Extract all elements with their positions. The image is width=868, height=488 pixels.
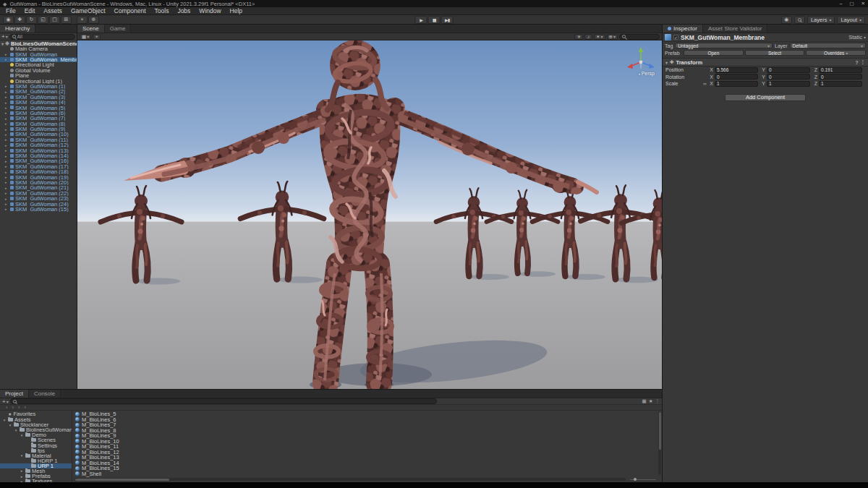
help-icon[interactable]: ?: [856, 60, 859, 65]
folder-item[interactable]: Demo: [0, 432, 72, 437]
folder-item[interactable]: URP 1: [0, 463, 72, 468]
expand-arrow-icon[interactable]: [5, 180, 9, 184]
menu-item[interactable]: Jobs: [173, 7, 195, 14]
expand-arrow-icon[interactable]: [5, 137, 9, 142]
hierarchy-item[interactable]: SKM_GutWoman (17): [0, 164, 77, 169]
z-value-field[interactable]: 1: [819, 81, 862, 87]
scale-tool-button[interactable]: ◱: [38, 16, 48, 24]
asset-item[interactable]: M_BioLines_7: [72, 422, 662, 428]
x-value-field[interactable]: 0: [715, 74, 758, 80]
expand-arrow-icon[interactable]: [5, 164, 9, 168]
y-value-field[interactable]: 0: [767, 67, 810, 73]
view-tool-button[interactable]: ◉: [3, 16, 14, 24]
active-checkbox[interactable]: ✓: [673, 35, 678, 40]
expand-arrow-icon[interactable]: [5, 207, 9, 211]
asset-zoom-slider[interactable]: [630, 478, 656, 481]
folder-arrow-icon[interactable]: [8, 423, 12, 427]
folder-item[interactable]: BiolinesGutWoman: [0, 427, 72, 432]
layout-dropdown[interactable]: Layout ▾: [837, 16, 865, 24]
asset-item[interactable]: M_BioLines_13: [72, 455, 662, 461]
expand-arrow-icon[interactable]: [5, 202, 9, 206]
close-button[interactable]: ✕: [861, 1, 865, 7]
expand-arrow-icon[interactable]: [5, 191, 9, 195]
hierarchy-item[interactable]: SKM_GutWoman (22): [0, 191, 77, 196]
tag-dropdown[interactable]: Untagged ▾: [675, 43, 773, 48]
create-object-button[interactable]: +▾: [1, 33, 8, 40]
tab-project[interactable]: Project: [0, 390, 29, 398]
hierarchy-item[interactable]: SKM_GutWoman (11): [0, 137, 77, 142]
expand-arrow-icon[interactable]: [5, 95, 9, 99]
expand-arrow-icon[interactable]: [5, 90, 9, 94]
hierarchy-item[interactable]: SKM_GutWoman (18): [0, 169, 77, 174]
static-dropdown[interactable]: Static ▾: [848, 34, 866, 40]
expand-arrow-icon[interactable]: [5, 100, 9, 105]
x-value-field[interactable]: 5.566: [715, 67, 758, 73]
breadcrumb-item[interactable]: [4, 404, 10, 411]
y-value-field[interactable]: 1: [767, 81, 810, 87]
expand-arrow-icon[interactable]: [5, 148, 9, 153]
object-name[interactable]: SKM_GutWoman_Membrane: [681, 34, 846, 41]
scene-search-input[interactable]: [619, 34, 660, 40]
transform-tool-button[interactable]: ⊞: [61, 16, 72, 24]
tab-game[interactable]: Game: [105, 25, 132, 33]
move-tool-button[interactable]: ✚: [14, 16, 25, 24]
hierarchy-item[interactable]: SKM_GutWoman (24): [0, 201, 77, 206]
expand-arrow-icon[interactable]: [5, 106, 9, 110]
star-icon[interactable]: ★: [649, 398, 653, 404]
hierarchy-item[interactable]: SKM_GutWoman (19): [0, 174, 77, 179]
asset-item[interactable]: M_BioLines_5: [72, 411, 662, 417]
play-button[interactable]: ▶: [415, 16, 427, 24]
hierarchy-item[interactable]: Directional Light (1): [0, 78, 77, 83]
hierarchy-item[interactable]: Directional Light: [0, 62, 77, 67]
z-value-field[interactable]: 0.191: [819, 67, 862, 73]
expand-arrow-icon[interactable]: [5, 84, 9, 88]
expand-arrow-icon[interactable]: [5, 143, 9, 147]
hierarchy-item[interactable]: SKM_GutWoman (14): [0, 153, 77, 158]
hierarchy-item[interactable]: SKM_GutWoman (12): [0, 142, 77, 147]
folder-arrow-icon[interactable]: [20, 433, 24, 437]
hierarchy-item[interactable]: SKM_GutWoman (15): [0, 207, 77, 212]
hierarchy-item[interactable]: SKM_GutWoman (1): [0, 84, 77, 89]
folder-arrow-icon[interactable]: [20, 453, 24, 458]
folder-item[interactable]: HDRP 1: [0, 458, 72, 463]
folder-item[interactable]: Assets: [0, 417, 72, 422]
expand-arrow-icon[interactable]: [5, 132, 9, 137]
menu-item[interactable]: File: [1, 7, 20, 14]
folder-item[interactable]: Stocklancer: [0, 422, 72, 427]
scene-viewport[interactable]: ◂ Persp: [77, 40, 662, 389]
expand-arrow-icon[interactable]: [5, 121, 9, 126]
tab-hierarchy[interactable]: Hierarchy: [0, 25, 35, 33]
asset-item[interactable]: M_BioLines_14: [72, 461, 662, 466]
asset-item[interactable]: M_BioLines_15: [72, 466, 662, 471]
minimize-button[interactable]: –: [840, 1, 843, 7]
expand-arrow-icon[interactable]: [5, 175, 9, 179]
tab-inspector[interactable]: Inspector: [663, 25, 703, 33]
breadcrumb-item[interactable]: [16, 404, 22, 411]
prefab-select-button[interactable]: Select: [745, 50, 805, 56]
asset-item[interactable]: M_BioLines_10: [72, 439, 662, 445]
gizmos-dropdown[interactable]: ⊕▾: [607, 34, 618, 40]
hierarchy-item[interactable]: SKM_GutWoman (3): [0, 95, 77, 100]
asset-item[interactable]: M_BioLines_8: [72, 428, 662, 434]
z-value-field[interactable]: 0: [819, 74, 862, 80]
scene-effects-dropdown[interactable]: ✶▾: [594, 34, 605, 40]
folder-item[interactable]: Mesh: [0, 468, 72, 474]
menu-item[interactable]: Component: [110, 7, 150, 14]
panel-menu-icon[interactable]: ⋮: [655, 398, 660, 404]
rect-tool-button[interactable]: ▢: [49, 16, 60, 24]
hierarchy-item[interactable]: SKM_GutWoman_Membrane: [0, 57, 77, 62]
hierarchy-item[interactable]: SKM_GutWoman (13): [0, 147, 77, 153]
layer-dropdown[interactable]: Default ▾: [790, 43, 866, 48]
y-value-field[interactable]: 0: [767, 74, 810, 80]
view-toggle-icon[interactable]: ▦: [642, 398, 647, 404]
global-local-toggle-button[interactable]: ⊕: [88, 16, 99, 24]
menu-item[interactable]: Window: [195, 7, 225, 14]
scene-audio-toggle[interactable]: ♪: [584, 34, 592, 40]
persp-toggle[interactable]: ◂ Persp: [638, 71, 655, 76]
scene-header-row[interactable]: ▾ BioLinesGutWomanScene: [0, 40, 77, 46]
hierarchy-item[interactable]: SKM_GutWoman (23): [0, 196, 77, 201]
menu-item[interactable]: GameObject: [67, 7, 110, 14]
prefab-overrides-button[interactable]: Overrides ▾: [806, 50, 866, 56]
menu-item[interactable]: Assets: [39, 7, 67, 14]
hierarchy-item[interactable]: Main Camera: [0, 46, 77, 51]
